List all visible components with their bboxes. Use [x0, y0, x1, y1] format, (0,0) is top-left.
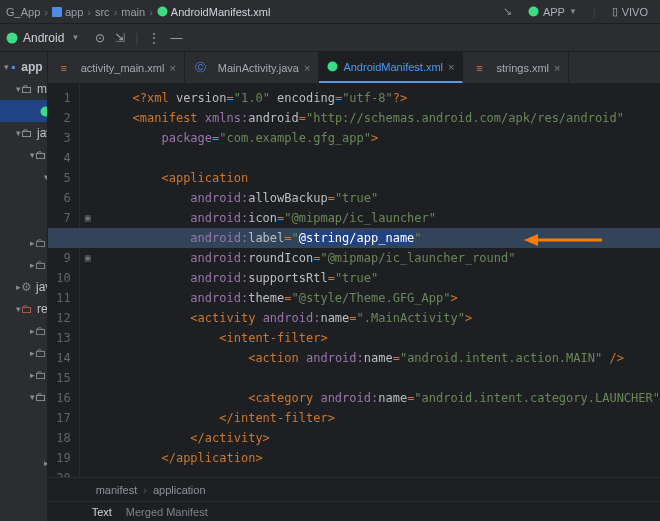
folder-icon: 🗀: [35, 324, 47, 338]
breadcrumb-item[interactable]: G_App: [6, 6, 40, 18]
svg-rect-0: [52, 7, 62, 17]
svg-point-6: [328, 62, 338, 72]
editor-breadcrumb-item[interactable]: application: [153, 484, 206, 496]
close-tab-icon[interactable]: ×: [554, 62, 560, 74]
tab-activity-main[interactable]: ≡ activity_main.xml ×: [48, 52, 185, 83]
line-number-gutter: 123456789101112131415161718192021: [48, 84, 80, 477]
tree-folder-java-generated[interactable]: ▸ ⚙ java (generated): [0, 276, 47, 298]
android-icon: [6, 32, 18, 44]
hammer-icon[interactable]: ↘: [503, 5, 512, 18]
chevron-right-icon: ›: [87, 6, 91, 18]
svg-point-2: [528, 7, 538, 17]
select-file-icon[interactable]: ⊙: [95, 31, 105, 45]
java-class-icon: Ⓒ: [193, 60, 209, 75]
android-icon: [157, 6, 168, 17]
editor-tabs: ≡ activity_main.xml × Ⓒ MainActivity.jav…: [48, 52, 660, 84]
close-tab-icon[interactable]: ×: [169, 62, 175, 74]
svg-point-4: [41, 106, 48, 116]
tree-file-strings-xml[interactable]: ≡ strings.xml: [0, 430, 48, 452]
project-tool-header: Android ▼ ⊙ ⇲ | ⋮ —: [0, 24, 660, 52]
chevron-right-icon: ›: [143, 484, 147, 496]
close-tab-icon[interactable]: ×: [448, 61, 454, 73]
folder-icon: 🗀: [21, 126, 33, 140]
editor-breadcrumb-item[interactable]: manifest: [96, 484, 138, 496]
tree-module-app[interactable]: ▾ ▪ app: [0, 56, 47, 78]
tree-folder-com-test[interactable]: ▸ 🗀 com (test): [0, 254, 47, 276]
res-folder-icon: 🗀: [21, 302, 33, 316]
chevron-right-icon: ›: [44, 6, 48, 18]
editor-breadcrumb[interactable]: manifest › application: [48, 477, 660, 501]
bottom-tab-text[interactable]: Text: [92, 506, 112, 518]
tree-folder-com[interactable]: ▾ 🗀 com: [0, 144, 47, 166]
tab-main-activity-java[interactable]: Ⓒ MainActivity.java ×: [185, 52, 320, 83]
xml-file-icon: ≡: [471, 62, 487, 74]
breadcrumb-item[interactable]: AndroidManifest.xml: [157, 6, 271, 18]
tree-folder-themes[interactable]: ▸ ≡ themes(2): [0, 452, 48, 474]
breadcrumb-item[interactable]: main: [121, 6, 145, 18]
more-icon[interactable]: ⋮: [148, 31, 160, 45]
android-icon: [528, 6, 539, 17]
module-icon: ▪: [9, 60, 17, 74]
run-config-selector[interactable]: APP ▼: [522, 4, 583, 20]
android-xml-icon: [40, 106, 48, 117]
tree-folder-com-androidtest[interactable]: ▸ 🗀 com (androidTest): [0, 232, 47, 254]
tab-strings-xml[interactable]: ≡ strings.xml ×: [463, 52, 569, 83]
breadcrumb-item[interactable]: src: [95, 6, 110, 18]
module-icon: [52, 7, 62, 17]
chevron-right-icon: ›: [149, 6, 153, 18]
tree-file-colors-xml[interactable]: ≡ colors.xml: [0, 408, 48, 430]
breadcrumb-item[interactable]: app: [52, 6, 83, 18]
tree-folder-values[interactable]: ▾ 🗀 values: [0, 386, 47, 408]
layout-file-icon: ≡: [56, 62, 72, 74]
collapse-icon[interactable]: ⇲: [115, 31, 125, 45]
device-selector[interactable]: ▯ VIVO: [606, 3, 654, 20]
close-tab-icon[interactable]: ×: [304, 62, 310, 74]
tree-folder-drawable[interactable]: ▸ 🗀 drawable: [0, 320, 47, 342]
tree-folder-layout[interactable]: ▸ 🗀 layout: [0, 342, 47, 364]
svg-point-3: [7, 32, 18, 43]
chevron-down-icon: ▼: [71, 33, 79, 42]
tree-folder-manifests[interactable]: ▾ 🗀 manifests: [0, 78, 47, 100]
bottom-tab-merged-manifest[interactable]: Merged Manifest: [126, 506, 208, 518]
svg-point-1: [157, 7, 167, 17]
tree-file-manifest[interactable]: AndroidManifest.xml: [0, 100, 47, 122]
folder-icon: 🗀: [35, 258, 47, 272]
icon-gutter: ▣▣: [80, 84, 96, 477]
top-breadcrumb-bar: G_App › app › src › main › AndroidManife…: [0, 0, 660, 24]
code-editor[interactable]: 123456789101112131415161718192021 ▣▣ <?x…: [48, 84, 660, 477]
folder-icon: 🗀: [35, 236, 47, 250]
project-tree[interactable]: ▾ ▪ app ▾ 🗀 manifests AndroidManifest.xm…: [0, 52, 48, 521]
folder-icon: 🗀: [35, 346, 47, 360]
phone-icon: ▯: [612, 5, 618, 18]
tree-folder-gfgapp[interactable]: ▾ 🗀 gfg_app: [0, 188, 48, 210]
tree-folder-example[interactable]: ▾ example: [0, 166, 48, 188]
folder-icon: 🗀: [21, 82, 33, 96]
generated-folder-icon: ⚙: [21, 280, 32, 294]
hide-icon[interactable]: —: [170, 31, 182, 45]
tree-folder-res[interactable]: ▾ 🗀 res: [0, 298, 47, 320]
project-view-selector[interactable]: Android ▼: [6, 31, 79, 45]
tree-folder-java[interactable]: ▾ 🗀 java: [0, 122, 47, 144]
breadcrumb[interactable]: G_App › app › src › main › AndroidManife…: [6, 6, 270, 18]
chevron-right-icon: ›: [114, 6, 118, 18]
tree-folder-mipmap[interactable]: ▸ 🗀 mipmap: [0, 364, 47, 386]
tree-file-mainactivity[interactable]: Ⓒ MainActivity: [0, 210, 48, 232]
tab-android-manifest[interactable]: AndroidManifest.xml ×: [319, 52, 463, 83]
folder-icon: 🗀: [35, 368, 47, 382]
android-icon: [327, 61, 338, 72]
folder-icon: 🗀: [35, 390, 47, 404]
editor-bottom-tabs: Text Merged Manifest: [48, 501, 660, 521]
folder-icon: 🗀: [35, 148, 47, 162]
